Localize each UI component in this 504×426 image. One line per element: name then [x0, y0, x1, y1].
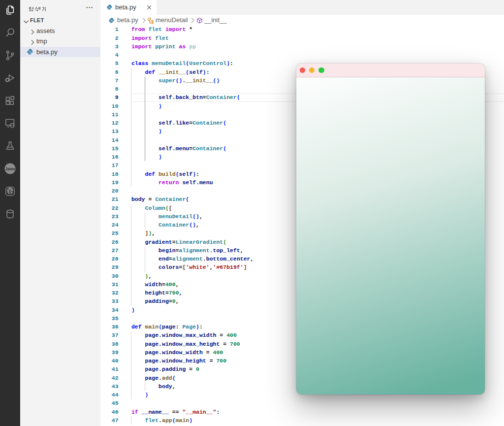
svg-text:Json: Json	[5, 166, 15, 171]
